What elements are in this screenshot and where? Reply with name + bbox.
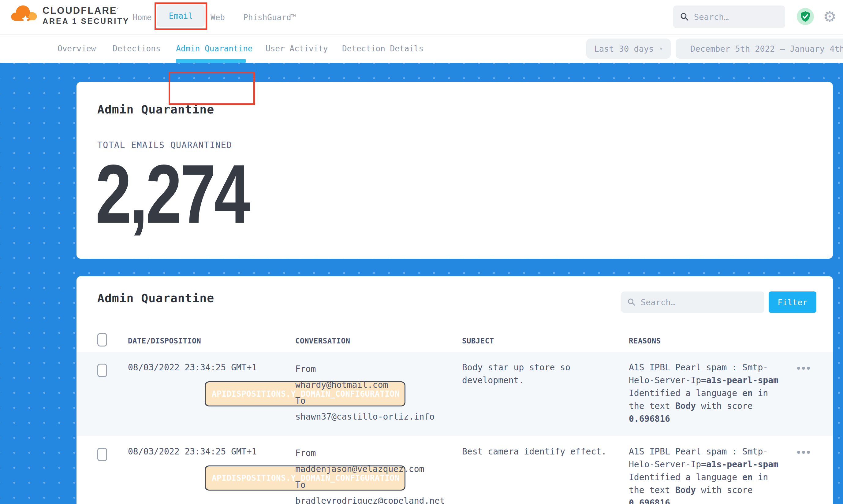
row-actions-menu-icon[interactable] <box>797 367 810 370</box>
from-label: From <box>295 361 450 377</box>
column-header-subject: SUBJECT <box>462 337 494 345</box>
tab-detection-details[interactable]: Detection Details <box>342 35 423 63</box>
row-reasons: A1S IPBL Pearl spam : Smtp-Helo-Server-I… <box>629 445 783 504</box>
summary-card-title: Admin Quarantine <box>97 103 214 116</box>
date-range-display[interactable]: December 5th 2022 — January 4th 2023 <box>675 38 843 59</box>
date-range-preset-button[interactable]: Last 30 days ▾ <box>586 38 671 59</box>
top-bar: CLOUDFLARE’ AREA 1 SECURITY Home Email W… <box>0 0 843 35</box>
topnav-item-phishguard[interactable]: PhishGuard™ <box>243 0 296 35</box>
global-search-input[interactable] <box>694 12 778 22</box>
column-header-date-disposition: DATE/DISPOSITION <box>128 337 201 345</box>
settings-gear-icon[interactable]: ⚙ <box>823 7 836 26</box>
row-reasons: A1S IPBL Pearl spam : Smtp-Helo-Server-I… <box>629 361 783 426</box>
active-tab-underline <box>176 59 246 63</box>
tab-overview[interactable]: Overview <box>57 35 96 63</box>
app-window: CLOUDFLARE’ AREA 1 SECURITY Home Email W… <box>0 0 843 504</box>
table-search-input[interactable] <box>641 298 758 307</box>
table-row: 08/03/2022 23:34:25 GMT+1 APIDISPOSITION… <box>76 352 833 436</box>
to-address: bradleyrodriguez@copeland.net <box>295 493 450 504</box>
brand-subtitle: AREA 1 SECURITY <box>42 17 129 26</box>
column-header-conversation: CONVERSATION <box>295 337 350 345</box>
brand-name: CLOUDFLARE’ <box>42 5 129 16</box>
select-all-checkbox[interactable] <box>97 333 107 346</box>
search-icon <box>627 298 636 306</box>
row-checkbox[interactable] <box>97 448 107 461</box>
filter-button[interactable]: Filter <box>769 291 816 313</box>
total-quarantined-value: 2,274 <box>95 146 248 242</box>
table-card-title: Admin Quarantine <box>97 291 214 305</box>
chevron-down-icon: ▾ <box>660 45 663 52</box>
cloudflare-logo: CLOUDFLARE’ AREA 1 SECURITY <box>11 3 129 28</box>
row-date: 08/03/2022 23:34:25 GMT+1 <box>128 445 290 458</box>
topnav-item-home[interactable]: Home <box>133 0 152 35</box>
topnav-item-web[interactable]: Web <box>211 0 225 35</box>
search-icon <box>680 12 689 21</box>
table-search[interactable] <box>621 291 765 313</box>
global-search[interactable] <box>673 5 785 28</box>
row-conversation: From maddenjason@velazquez.com To bradle… <box>295 445 450 504</box>
table-body: 08/03/2022 23:34:25 GMT+1 APIDISPOSITION… <box>76 352 833 504</box>
table-header-row: DATE/DISPOSITION CONVERSATION SUBJECT RE… <box>76 330 833 352</box>
brand-mark: ’ <box>117 6 119 11</box>
tab-admin-quarantine[interactable]: Admin Quarantine <box>176 35 252 63</box>
row-checkbox[interactable] <box>97 364 107 377</box>
protection-status-badge[interactable] <box>797 8 814 25</box>
tab-detections[interactable]: Detections <box>112 35 161 63</box>
from-address: whardy@hotmail.com <box>295 377 450 393</box>
row-actions-menu-icon[interactable] <box>797 451 810 454</box>
from-address: maddenjason@velazquez.com <box>295 461 450 477</box>
table-row: 08/03/2022 23:34:25 GMT+1 APIDISPOSITION… <box>76 436 833 504</box>
main-content: Admin Quarantine TOTAL EMAILS QUARANTINE… <box>0 63 843 504</box>
shield-check-icon <box>800 11 811 22</box>
row-date: 08/03/2022 23:34:25 GMT+1 <box>128 361 290 374</box>
to-label: To <box>295 393 450 409</box>
quarantine-table-card: Admin Quarantine Filter DATE/DISPOSITION… <box>76 276 833 504</box>
row-subject: Best camera identify effect. <box>462 445 617 458</box>
cloudflare-cloud-icon <box>11 3 39 28</box>
column-header-reasons: REASONS <box>629 337 661 345</box>
to-label: To <box>295 477 450 493</box>
summary-card: Admin Quarantine TOTAL EMAILS QUARANTINE… <box>76 82 833 259</box>
email-sub-navigation: Overview Detections Admin Quarantine Use… <box>0 35 843 63</box>
row-conversation: From whardy@hotmail.com To shawn37@casti… <box>295 361 450 425</box>
from-label: From <box>295 445 450 461</box>
tab-user-activity[interactable]: User Activity <box>266 35 328 63</box>
topnav-item-email[interactable]: Email <box>157 5 205 27</box>
to-address: shawn37@castillo-ortiz.info <box>295 409 450 425</box>
row-subject: Body star up store so development. <box>462 361 617 387</box>
